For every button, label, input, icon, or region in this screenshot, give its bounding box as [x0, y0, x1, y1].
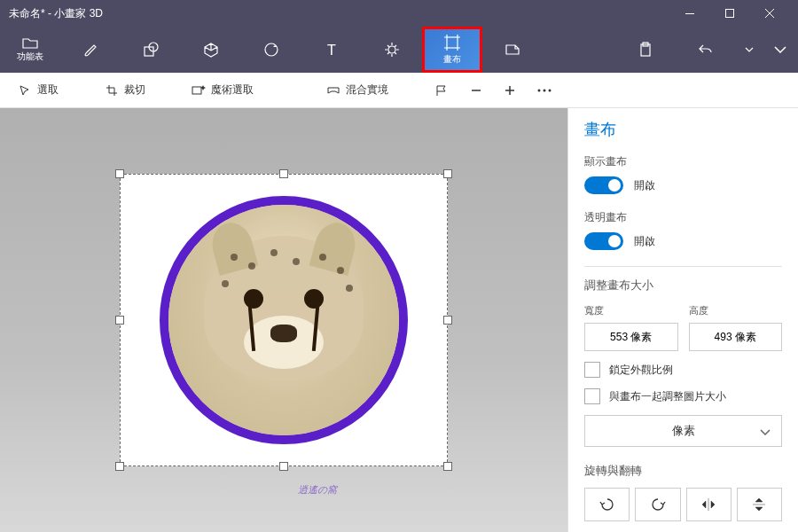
ribbon-2d[interactable]: [121, 27, 181, 73]
scrollbar[interactable]: [567, 197, 568, 241]
minimize-icon: [685, 13, 694, 14]
ribbon-history[interactable]: [736, 27, 763, 73]
sub-toolbar: 選取 裁切 魔術選取 混合實境: [0, 73, 798, 108]
mr-icon: [326, 83, 340, 98]
resize-image-checkbox[interactable]: [584, 388, 600, 404]
show-canvas-state: 開啟: [634, 178, 655, 193]
minus-icon: [470, 84, 482, 97]
canvas-label: 畫布: [443, 53, 461, 66]
menu-button[interactable]: 功能表: [0, 27, 60, 73]
minimize-button[interactable]: [669, 0, 709, 27]
handle-bottom-center[interactable]: [279, 462, 288, 471]
cursor-icon: [18, 83, 32, 98]
library-icon: [504, 41, 521, 59]
rotate-right-button[interactable]: [635, 488, 680, 521]
flip-v-icon: [751, 497, 767, 512]
resize-image-label: 與畫布一起調整圖片大小: [609, 389, 726, 404]
lock-aspect-label: 鎖定外觀比例: [609, 363, 673, 378]
svg-rect-10: [192, 87, 201, 94]
close-button[interactable]: [749, 0, 789, 27]
zoom-in-tool[interactable]: [497, 81, 523, 100]
svg-point-12: [544, 89, 546, 91]
crop-icon: [105, 83, 119, 98]
ribbon-library[interactable]: [482, 27, 543, 73]
select-tool[interactable]: 選取: [11, 79, 66, 101]
crop-label: 裁切: [124, 82, 145, 98]
transparent-canvas-toggle[interactable]: [584, 232, 623, 250]
brush-icon: [82, 41, 99, 59]
window-title: 未命名* - 小畫家 3D: [9, 6, 103, 21]
handle-top-center[interactable]: [279, 169, 288, 178]
flip-vertical-button[interactable]: [737, 488, 782, 521]
ribbon-redo[interactable]: [763, 27, 798, 73]
sticker-icon: [262, 41, 280, 59]
clipboard-icon: [638, 42, 653, 58]
view-tool[interactable]: [427, 80, 456, 101]
height-label: 高度: [689, 304, 783, 317]
flag-icon: [434, 83, 449, 98]
magic-label: 魔術選取: [211, 82, 254, 98]
transparent-canvas-state: 開啟: [634, 234, 655, 249]
ribbon-effects[interactable]: [362, 27, 422, 73]
svg-point-4: [265, 43, 278, 56]
maximize-icon: [725, 9, 734, 18]
lock-aspect-checkbox[interactable]: [584, 362, 600, 378]
shapes-3d-icon: [202, 41, 220, 59]
unit-value: 像素: [672, 423, 695, 439]
svg-point-11: [538, 89, 541, 91]
width-input[interactable]: [584, 323, 678, 351]
menu-label: 功能表: [17, 51, 43, 63]
ribbon-paste[interactable]: [615, 27, 676, 73]
svg-rect-7: [447, 37, 458, 48]
ribbon-undo[interactable]: [676, 27, 736, 73]
more-tool[interactable]: [530, 85, 559, 96]
chevron-down-icon: [745, 47, 754, 52]
svg-text:T: T: [327, 43, 336, 58]
transparent-canvas-label: 透明畫布: [584, 210, 782, 225]
rotate-left-button[interactable]: [584, 488, 630, 521]
handle-bottom-left[interactable]: [115, 462, 124, 471]
mixed-reality-tool[interactable]: 混合實境: [319, 79, 395, 101]
side-panel: 畫布 顯示畫布 開啟 透明畫布 開啟 調整畫布大小 寬度: [567, 108, 798, 532]
close-icon: [765, 9, 774, 18]
ribbon-brush[interactable]: [60, 27, 121, 73]
maximize-button[interactable]: [709, 0, 749, 27]
handle-top-left[interactable]: [115, 169, 124, 178]
show-canvas-label: 顯示畫布: [584, 154, 782, 169]
handle-mid-left[interactable]: [115, 316, 124, 325]
svg-rect-0: [685, 13, 694, 14]
mr-label: 混合實境: [346, 82, 388, 98]
effects-icon: [383, 41, 401, 59]
magic-icon: [192, 83, 206, 98]
crop-tool[interactable]: 裁切: [98, 79, 153, 101]
unit-select[interactable]: 像素: [584, 415, 782, 447]
magic-select-tool[interactable]: 魔術選取: [184, 79, 261, 101]
canvas-selection[interactable]: [120, 174, 448, 466]
handle-bottom-right[interactable]: [443, 462, 452, 471]
ribbon-3d[interactable]: [181, 27, 241, 73]
rotate-title: 旋轉與翻轉: [584, 463, 782, 479]
select-label: 選取: [37, 82, 59, 98]
canvas-area[interactable]: 逍遙の窩: [0, 108, 567, 532]
handle-top-right[interactable]: [443, 169, 452, 178]
selection-border: [120, 174, 448, 466]
ribbon-stickers[interactable]: [241, 27, 301, 73]
rotate-right-icon: [650, 497, 666, 512]
panel-title: 畫布: [584, 119, 782, 140]
flip-h-icon: [700, 497, 716, 512]
width-label: 寬度: [584, 304, 678, 317]
svg-rect-1: [725, 10, 733, 18]
show-canvas-toggle[interactable]: [584, 176, 623, 194]
flip-horizontal-button[interactable]: [686, 488, 732, 521]
chevron-down-large-icon: [774, 46, 786, 53]
zoom-out-tool[interactable]: [463, 81, 489, 100]
plus-icon: [504, 84, 516, 97]
text-icon: T: [323, 41, 340, 59]
chevron-down-icon: [760, 425, 771, 438]
more-icon: [537, 89, 552, 92]
ribbon: 功能表 T 畫布: [0, 27, 798, 73]
ribbon-canvas[interactable]: 畫布: [422, 27, 482, 73]
handle-mid-right[interactable]: [443, 316, 452, 325]
ribbon-text[interactable]: T: [301, 27, 362, 73]
height-input[interactable]: [689, 323, 783, 351]
